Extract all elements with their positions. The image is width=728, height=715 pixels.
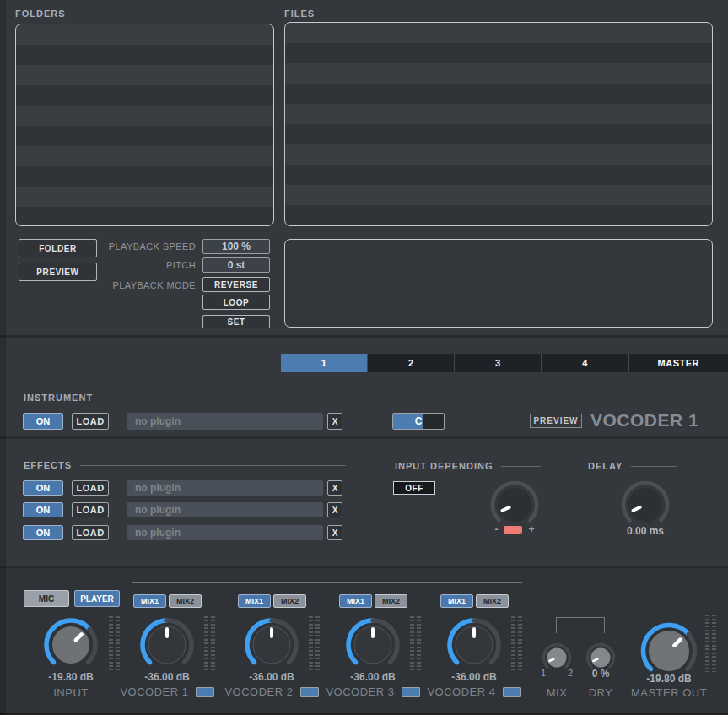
vocoder1-mix1-button[interactable]: MIX1 bbox=[133, 594, 166, 608]
vocoder4-mix1-button[interactable]: MIX1 bbox=[440, 594, 473, 608]
mic-button[interactable]: MIC bbox=[24, 590, 69, 607]
playback-speed-label: PLAYBACK SPEED bbox=[103, 241, 196, 252]
effect1-clear-button[interactable]: X bbox=[327, 480, 342, 496]
effect3-plugin-field[interactable]: no plugin bbox=[127, 525, 323, 540]
vocoder4-label-row: VOCODER 4 bbox=[423, 685, 525, 698]
input-depending-label: INPUT DEPENDING bbox=[395, 461, 493, 471]
preview-button[interactable]: PREVIEW bbox=[19, 263, 97, 281]
reverse-button[interactable]: REVERSE bbox=[202, 277, 270, 292]
input-value: -19.80 dB bbox=[29, 671, 113, 683]
vocoder-plugin-window: FOLDERS FILES FOLDER PREVIEW PLAYBACK SP… bbox=[0, 0, 728, 715]
delay-label: DELAY bbox=[588, 461, 623, 471]
input-label: INPUT bbox=[29, 686, 113, 699]
input-knob[interactable] bbox=[42, 616, 100, 674]
effect1-load-button[interactable]: LOAD bbox=[72, 480, 109, 496]
vocoder3-mix1-button[interactable]: MIX1 bbox=[339, 594, 372, 608]
loop-button[interactable]: LOOP bbox=[202, 295, 270, 310]
delay-knob[interactable] bbox=[618, 478, 672, 532]
mix-dry-bracket bbox=[556, 617, 605, 633]
waveform-display bbox=[284, 239, 713, 328]
vocoder-group-line bbox=[132, 582, 522, 583]
instrument-plugin-field[interactable]: no plugin bbox=[127, 413, 323, 430]
instrument-preview-button[interactable]: PREVIEW bbox=[530, 414, 582, 428]
vocoder2-knob[interactable] bbox=[243, 616, 300, 674]
vocoder1-mix-buttons: MIX1 MIX2 bbox=[133, 594, 202, 608]
vocoder3-mix2-button[interactable]: MIX2 bbox=[375, 594, 407, 608]
vocoder2-label: VOCODER 2 bbox=[224, 685, 293, 698]
instrument-load-button[interactable]: LOAD bbox=[72, 413, 109, 430]
input-level-meter bbox=[109, 616, 120, 670]
mix-ticks: 1 2 bbox=[538, 668, 575, 678]
effect1-on-button[interactable]: ON bbox=[23, 480, 63, 496]
note-value: C bbox=[393, 414, 444, 429]
range-indicator[interactable] bbox=[504, 526, 522, 534]
section-divider bbox=[0, 436, 728, 439]
vocoder4-level-meter bbox=[511, 616, 522, 670]
input-depending-range: - + bbox=[488, 523, 542, 535]
pitch-value[interactable]: 0 st bbox=[202, 257, 270, 273]
vocoder4-value: -36.00 dB bbox=[432, 671, 516, 683]
playback-speed-value[interactable]: 100 % bbox=[202, 239, 270, 254]
dry-value: 0 % bbox=[575, 668, 626, 680]
plus-sign: + bbox=[528, 523, 534, 535]
effects-label: EFFECTS bbox=[24, 460, 72, 470]
instrument-section-header: INSTRUMENT bbox=[24, 393, 346, 403]
vocoder3-label-row: VOCODER 3 bbox=[322, 685, 423, 698]
vocoder2-mix-buttons: MIX1 MIX2 bbox=[238, 594, 306, 608]
set-button[interactable]: SET bbox=[202, 315, 270, 328]
vocoder3-label: VOCODER 3 bbox=[326, 685, 394, 698]
tab-2[interactable]: 2 bbox=[367, 354, 454, 372]
tab-4[interactable]: 4 bbox=[541, 354, 628, 372]
vocoder1-led-button[interactable] bbox=[196, 687, 214, 697]
master-level-meter bbox=[705, 615, 716, 672]
vocoder2-led-button[interactable] bbox=[300, 687, 319, 697]
vocoder4-led-button[interactable] bbox=[503, 687, 521, 697]
vocoder2-label-row: VOCODER 2 bbox=[221, 685, 322, 698]
vocoder4-label: VOCODER 4 bbox=[427, 685, 495, 698]
vocoder1-mix2-button[interactable]: MIX2 bbox=[169, 594, 202, 608]
vocoder1-knob[interactable] bbox=[138, 616, 196, 674]
channel-title: VOCODER 1 bbox=[590, 410, 698, 431]
vocoder3-led-button[interactable] bbox=[402, 687, 420, 697]
tabbar-underline bbox=[21, 376, 713, 376]
player-button[interactable]: PLAYER bbox=[74, 590, 120, 607]
tab-master[interactable]: MASTER bbox=[628, 354, 728, 372]
vocoder2-mix1-button[interactable]: MIX1 bbox=[238, 594, 271, 608]
vocoder4-mix2-button[interactable]: MIX2 bbox=[476, 594, 509, 608]
vocoder3-mix-buttons: MIX1 MIX2 bbox=[339, 594, 407, 608]
vocoder2-value: -36.00 dB bbox=[229, 671, 314, 683]
tab-1[interactable]: 1 bbox=[281, 354, 367, 372]
instrument-label: INSTRUMENT bbox=[24, 393, 93, 403]
files-list[interactable] bbox=[284, 22, 713, 226]
effect2-plugin-field[interactable]: no plugin bbox=[127, 502, 323, 517]
vocoder4-mix-buttons: MIX1 MIX2 bbox=[440, 594, 509, 608]
master-out-value: -19.80 dB bbox=[627, 673, 711, 685]
mixer-section: MIC PLAYER -19.80 dB INPUT MIX1 MIX2 -36… bbox=[0, 568, 728, 715]
effects-section-header: EFFECTS bbox=[24, 460, 346, 470]
playback-mode-label: PLAYBACK MODE bbox=[103, 280, 196, 290]
effect3-clear-button[interactable]: X bbox=[327, 525, 342, 540]
effect3-load-button[interactable]: LOAD bbox=[72, 525, 109, 540]
effect1-plugin-field[interactable]: no plugin bbox=[127, 480, 323, 496]
folder-button[interactable]: FOLDER bbox=[19, 239, 97, 257]
vocoder1-label: VOCODER 1 bbox=[120, 685, 188, 698]
vocoder3-knob[interactable] bbox=[344, 616, 402, 674]
folders-list[interactable] bbox=[15, 24, 274, 226]
effect2-clear-button[interactable]: X bbox=[327, 502, 342, 517]
folders-section-header: FOLDERS bbox=[15, 8, 274, 19]
instrument-clear-button[interactable]: X bbox=[327, 413, 342, 430]
vocoder2-level-meter bbox=[309, 616, 320, 670]
vocoder2-mix2-button[interactable]: MIX2 bbox=[273, 594, 306, 608]
delay-value: 0.00 ms bbox=[612, 525, 679, 537]
vocoder4-knob[interactable] bbox=[445, 616, 503, 674]
tab-3[interactable]: 3 bbox=[454, 354, 541, 372]
instrument-on-button[interactable]: ON bbox=[23, 413, 63, 430]
vocoder1-label-row: VOCODER 1 bbox=[116, 685, 218, 698]
effect2-on-button[interactable]: ON bbox=[23, 502, 63, 517]
mix-tick-2: 2 bbox=[568, 668, 573, 678]
effect3-on-button[interactable]: ON bbox=[23, 525, 63, 540]
effect2-load-button[interactable]: LOAD bbox=[72, 502, 109, 517]
channel-tabbar: 1 2 3 4 MASTER bbox=[281, 354, 728, 372]
input-depending-off-button[interactable]: OFF bbox=[393, 481, 435, 495]
note-slider[interactable]: C bbox=[392, 413, 445, 430]
